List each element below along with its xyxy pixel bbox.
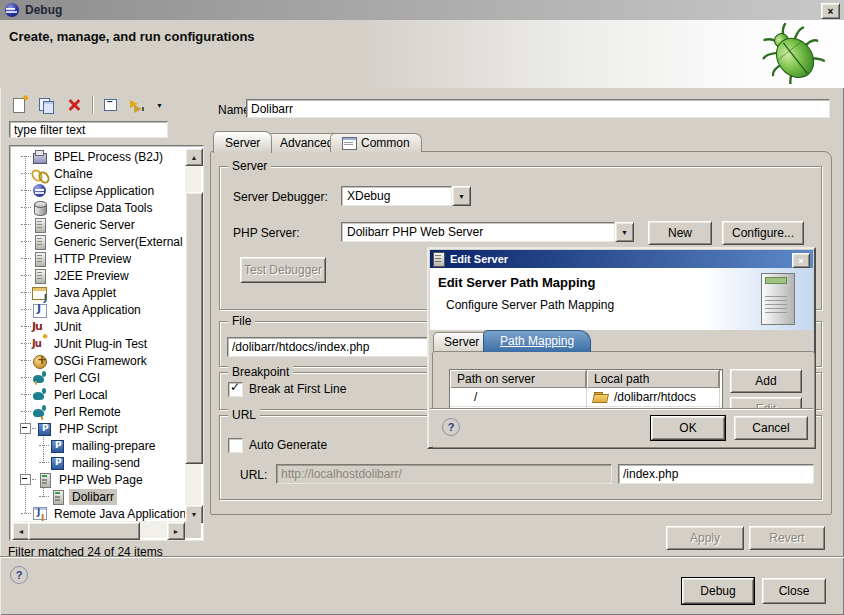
- launch-config-toolbar: ▼: [8, 92, 204, 118]
- bpel-process-icon: [31, 149, 49, 165]
- tree-item-j2ee-preview[interactable]: J2EE Preview: [12, 267, 185, 284]
- help-icon[interactable]: ?: [10, 566, 28, 584]
- chevron-down-icon[interactable]: ▼: [615, 222, 634, 242]
- filter-launch-configurations-icon[interactable]: [129, 97, 147, 113]
- tree-item-perl-remote[interactable]: Perl Remote: [12, 403, 185, 420]
- break-first-line-checkbox[interactable]: [228, 382, 243, 397]
- tab-common[interactable]: Common: [330, 133, 422, 152]
- scroll-right-button[interactable]: ►: [167, 522, 185, 540]
- eclipse-app-icon: [31, 183, 49, 199]
- tree-item-php-script[interactable]: PHP Script: [12, 420, 185, 437]
- apply-button[interactable]: Apply: [666, 526, 744, 550]
- tree-item-label: HTTP Preview: [51, 251, 134, 267]
- close-button[interactable]: Close: [762, 578, 826, 604]
- config-tree-viewport[interactable]: BPEL Process (B2J)ChaîneEclipse Applicat…: [12, 148, 185, 521]
- tree-item-eclipse-application[interactable]: Eclipse Application: [12, 182, 185, 199]
- ok-button[interactable]: OK: [651, 416, 725, 440]
- tree-item-java-applet[interactable]: Java Applet: [12, 284, 185, 301]
- tree-line: [21, 241, 31, 243]
- php-server-combo[interactable]: Dolibarr PHP Web Server ▼: [341, 222, 634, 242]
- tree-item-http-preview[interactable]: HTTP Preview: [12, 250, 185, 267]
- tree-item-label: JUnit Plug-in Test: [51, 336, 150, 352]
- eclipse-logo-icon: [4, 2, 20, 18]
- dialog-tab-server[interactable]: Server: [433, 332, 490, 352]
- tree-item-osgi-framework[interactable]: OSGi Framework: [12, 352, 185, 369]
- auto-generate-checkbox[interactable]: [228, 438, 243, 453]
- perl-cgi-icon: [31, 370, 49, 386]
- dialog-tab-path-mapping[interactable]: Path Mapping: [483, 330, 591, 352]
- test-debugger-button[interactable]: Test Debugger: [240, 257, 326, 283]
- server-tower-icon: [761, 273, 795, 325]
- tree-item-php-web-page[interactable]: PHP Web Page: [12, 471, 185, 488]
- tree-item-perl-local[interactable]: Perl Local: [12, 386, 185, 403]
- add-mapping-button[interactable]: Add: [730, 369, 802, 393]
- edit-server-close-button[interactable]: ×: [792, 253, 810, 268]
- filter-input[interactable]: [9, 121, 168, 138]
- server-icon: [433, 252, 445, 267]
- tree-item-bpel-process-b2j[interactable]: BPEL Process (B2J): [12, 148, 185, 165]
- server-debugger-combo[interactable]: XDebug ▼: [341, 186, 471, 206]
- tab-common-label: Common: [361, 136, 410, 150]
- tree-item-label: BPEL Process (B2J): [51, 149, 166, 165]
- tree-item-label: J2EE Preview: [51, 268, 132, 284]
- tree-item-remote-java-application[interactable]: Remote Java Application: [12, 505, 185, 521]
- tree-item-label: Dolibarr: [69, 489, 117, 505]
- tab-server[interactable]: Server: [213, 131, 272, 153]
- server-icon: [31, 217, 49, 233]
- tree-item-cha-ne[interactable]: Chaîne: [12, 165, 185, 182]
- horizontal-scroll-thumb[interactable]: [28, 522, 140, 540]
- tree-item-mailing-send[interactable]: mailing-send: [12, 454, 185, 471]
- php-web-page-icon: [36, 472, 54, 488]
- tree-item-dolibarr[interactable]: Dolibarr: [12, 488, 185, 505]
- junit-plugin-icon: [31, 336, 49, 352]
- tree-item-generic-server[interactable]: Generic Server: [12, 216, 185, 233]
- close-window-button[interactable]: ×: [821, 3, 840, 19]
- tree-item-junit[interactable]: JUnit: [12, 318, 185, 335]
- collapse-expander-icon[interactable]: [20, 423, 31, 434]
- tree-item-junit-plug-in-test[interactable]: JUnit Plug-in Test: [12, 335, 185, 352]
- new-server-button[interactable]: New: [648, 221, 712, 245]
- tab-server-label: Server: [225, 136, 260, 150]
- dialog-help-icon[interactable]: ?: [442, 418, 460, 436]
- debug-button[interactable]: Debug: [682, 578, 754, 604]
- revert-button[interactable]: Revert: [749, 526, 825, 550]
- tree-item-label: PHP Web Page: [56, 472, 146, 488]
- collapse-all-icon[interactable]: [102, 97, 120, 113]
- column-local-path[interactable]: Local path: [587, 370, 720, 388]
- view-menu-dropdown-icon[interactable]: ▼: [156, 102, 166, 109]
- auto-generate-label: Auto Generate: [249, 438, 327, 452]
- tree-line: [39, 445, 49, 447]
- header-glow: [703, 268, 813, 330]
- chevron-down-icon[interactable]: ▼: [452, 186, 471, 206]
- tree-item-label: Chaîne: [51, 166, 96, 182]
- edit-server-title: Edit Server: [450, 253, 508, 265]
- tree-item-java-application[interactable]: Java Application: [12, 301, 185, 318]
- tree-item-label: Eclipse Data Tools: [51, 200, 156, 216]
- url-path-input[interactable]: [618, 464, 814, 484]
- tree-item-label: OSGi Framework: [51, 353, 150, 369]
- tree-item-generic-server-external-la[interactable]: Generic Server(External La: [12, 233, 185, 250]
- delete-launch-config-icon[interactable]: [65, 97, 83, 113]
- vertical-scroll-thumb[interactable]: [185, 192, 203, 464]
- server-icon: [31, 268, 49, 284]
- tree-item-mailing-prepare[interactable]: mailing-prepare: [12, 437, 185, 454]
- tree-line: [21, 326, 31, 328]
- tree-item-label: mailing-prepare: [69, 438, 158, 454]
- php-web-page-icon: [49, 489, 67, 505]
- scroll-up-button[interactable]: ▲: [185, 148, 203, 166]
- table-row[interactable]: / /dolibarr/htdocs: [450, 388, 722, 407]
- new-launch-config-icon[interactable]: [11, 97, 29, 113]
- tree-item-perl-cgi[interactable]: Perl CGI: [12, 369, 185, 386]
- dialog-tab-path-mapping-label: Path Mapping: [500, 334, 574, 348]
- collapse-expander-icon[interactable]: [20, 474, 31, 485]
- server-icon: [31, 234, 49, 250]
- tree-item-eclipse-data-tools[interactable]: Eclipse Data Tools: [12, 199, 185, 216]
- column-path-on-server[interactable]: Path on server: [450, 370, 587, 388]
- cancel-button[interactable]: Cancel: [734, 416, 808, 440]
- tree-line: [21, 360, 31, 362]
- local-path-text: /dolibarr/htdocs: [614, 390, 696, 404]
- duplicate-launch-config-icon[interactable]: [38, 97, 56, 113]
- name-input[interactable]: [246, 99, 830, 118]
- configure-server-button[interactable]: Configure...: [722, 221, 804, 245]
- tree-item-label: PHP Script: [56, 421, 120, 437]
